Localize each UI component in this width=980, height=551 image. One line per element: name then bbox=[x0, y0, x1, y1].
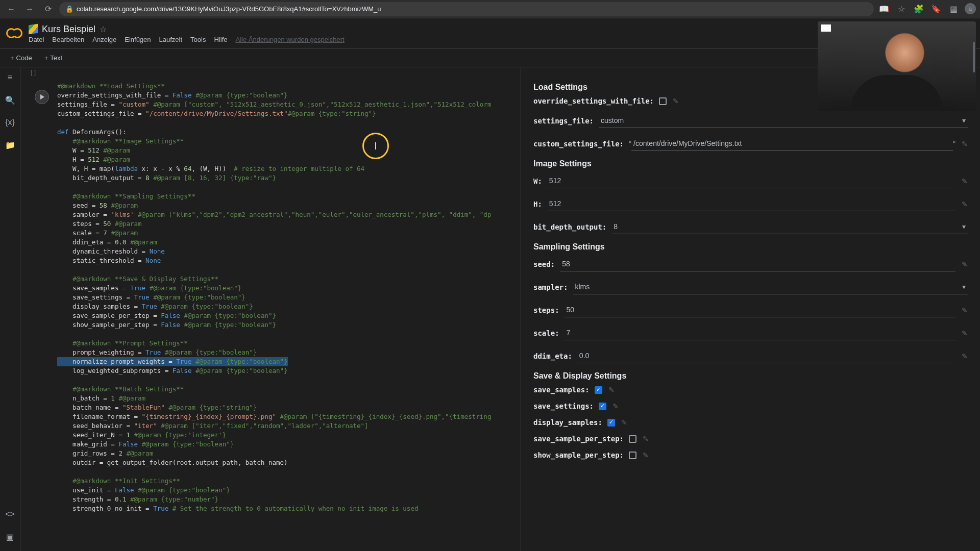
input-scale[interactable] bbox=[565, 325, 955, 340]
input-h[interactable] bbox=[547, 196, 955, 211]
save-status: Alle Änderungen wurden gespeichert bbox=[235, 36, 344, 43]
label-seed: seed: bbox=[533, 260, 555, 268]
label-w: W: bbox=[533, 177, 542, 185]
label-sampler: sampler: bbox=[533, 283, 568, 291]
label-steps: steps: bbox=[533, 306, 559, 314]
reload-button[interactable]: ⟳ bbox=[41, 2, 55, 16]
drive-icon bbox=[29, 24, 38, 35]
select-bitdepth[interactable]: 8 ▾ bbox=[611, 219, 968, 234]
checkbox-display-samples[interactable] bbox=[607, 419, 615, 427]
plus-icon: + bbox=[10, 54, 14, 62]
input-steps[interactable] bbox=[565, 303, 955, 317]
files-icon[interactable]: 📁 bbox=[4, 139, 16, 151]
back-button[interactable]: ← bbox=[4, 2, 18, 16]
forward-button[interactable]: → bbox=[22, 2, 37, 16]
menu-einfuegen[interactable]: Einfügen bbox=[125, 36, 151, 43]
add-text-button[interactable]: + Text bbox=[40, 52, 66, 64]
menu-bar: Datei Bearbeiten Anzeige Einfügen Laufze… bbox=[29, 36, 345, 43]
edit-icon[interactable]: ✎ bbox=[962, 140, 968, 148]
lock-icon: 🔒 bbox=[65, 5, 74, 13]
checkbox-save-per-step[interactable] bbox=[629, 435, 636, 443]
edit-icon[interactable]: ✎ bbox=[673, 97, 679, 105]
code-editor[interactable]: #@markdown **Load Settings**override_set… bbox=[51, 78, 521, 517]
cell-prefix: [ ] bbox=[20, 67, 521, 78]
label-scale: scale: bbox=[533, 329, 559, 337]
document-title[interactable]: Kurs Beispiel bbox=[42, 24, 95, 35]
browser-bar: ← → ⟳ 🔒 colab.research.google.com/drive/… bbox=[0, 0, 980, 18]
edit-icon[interactable]: ✎ bbox=[962, 260, 968, 268]
form-pane: Load Settings override_settings_with_fil… bbox=[521, 67, 980, 551]
colab-logo-icon bbox=[6, 26, 22, 42]
variables-icon[interactable]: {x} bbox=[4, 116, 16, 129]
reader-icon[interactable]: 📖 bbox=[878, 3, 890, 15]
input-w[interactable] bbox=[547, 173, 955, 188]
edit-icon[interactable]: ✎ bbox=[962, 352, 968, 360]
video-overlay bbox=[818, 21, 976, 111]
label-save-settings: save_settings: bbox=[533, 402, 594, 410]
avatar-icon[interactable]: a bbox=[965, 3, 976, 14]
menu-laufzeit[interactable]: Laufzeit bbox=[159, 36, 183, 43]
edit-icon[interactable]: ✎ bbox=[962, 177, 968, 185]
menu-bearbeiten[interactable]: Bearbeiten bbox=[52, 36, 84, 43]
chevron-down-icon: ▾ bbox=[962, 116, 966, 124]
input-custom-file[interactable] bbox=[631, 136, 953, 151]
label-h: H: bbox=[533, 200, 542, 208]
terminal-icon[interactable]: ▣ bbox=[4, 531, 16, 543]
label-custom-file: custom_settings_file: bbox=[533, 140, 624, 148]
edit-icon[interactable]: ✎ bbox=[962, 200, 968, 208]
search-icon[interactable]: 🔍 bbox=[4, 94, 16, 106]
select-sampler[interactable]: klms ▾ bbox=[573, 280, 968, 294]
select-settings-file[interactable]: custom ▾ bbox=[599, 113, 968, 128]
label-show-per-step: show_sample_per_step: bbox=[533, 451, 624, 459]
label-save-per-step: save_sample_per_step: bbox=[533, 435, 624, 443]
edit-icon[interactable]: ✎ bbox=[962, 329, 968, 337]
edit-icon[interactable]: ✎ bbox=[621, 418, 627, 427]
checkbox-save-settings[interactable] bbox=[599, 403, 606, 410]
label-ddim: ddim_eta: bbox=[533, 352, 572, 360]
code-pane: [ ] #@markdown **Load Settings**override… bbox=[20, 67, 521, 551]
menu-tools[interactable]: Tools bbox=[190, 36, 206, 43]
run-cell-button[interactable] bbox=[35, 90, 49, 104]
section-sampling: Sampling Settings bbox=[533, 242, 968, 252]
menu-datei[interactable]: Datei bbox=[29, 36, 44, 43]
url-bar[interactable]: 🔒 colab.research.google.com/drive/13G9KH… bbox=[59, 2, 874, 16]
sidepanel-icon[interactable]: ▦ bbox=[947, 3, 960, 15]
input-ddim[interactable] bbox=[577, 348, 955, 363]
checkbox-show-per-step[interactable] bbox=[629, 452, 636, 459]
label-settings-file: settings_file: bbox=[533, 117, 594, 125]
toc-icon[interactable]: ≡ bbox=[4, 71, 16, 84]
star-button[interactable]: ☆ bbox=[100, 24, 107, 34]
flag-icon bbox=[821, 24, 831, 32]
checkbox-save-samples[interactable] bbox=[595, 386, 602, 394]
command-palette-icon[interactable]: <> bbox=[4, 508, 16, 520]
label-display-samples: display_samples: bbox=[533, 418, 602, 427]
checkbox-override[interactable] bbox=[659, 97, 667, 105]
add-code-button[interactable]: + Code bbox=[6, 52, 36, 64]
url-text: colab.research.google.com/drive/13G9KHyM… bbox=[77, 5, 381, 13]
plus-icon: + bbox=[44, 54, 48, 62]
extensions-icon[interactable]: 🧩 bbox=[913, 3, 925, 15]
section-save: Save & Display Settings bbox=[533, 371, 968, 381]
edit-icon[interactable]: ✎ bbox=[643, 451, 649, 459]
label-bitdepth: bit_depth_output: bbox=[533, 223, 606, 231]
chevron-down-icon: ▾ bbox=[962, 283, 966, 291]
menu-hilfe[interactable]: Hilfe bbox=[214, 36, 227, 43]
edit-icon[interactable]: ✎ bbox=[612, 402, 619, 410]
label-override: override_settings_with_file: bbox=[533, 97, 654, 105]
edit-icon[interactable]: ✎ bbox=[962, 306, 968, 314]
edit-icon[interactable]: ✎ bbox=[608, 386, 615, 394]
chevron-down-icon: ▾ bbox=[962, 222, 966, 231]
bookmark-icon[interactable]: 🔖 bbox=[930, 3, 942, 15]
menu-anzeige[interactable]: Anzeige bbox=[92, 36, 116, 43]
label-save-samples: save_samples: bbox=[533, 386, 590, 394]
scrollbar[interactable] bbox=[973, 42, 975, 72]
input-seed[interactable] bbox=[560, 257, 955, 271]
left-rail: ≡ 🔍 {x} 📁 <> ▣ bbox=[0, 67, 20, 551]
star-icon[interactable]: ☆ bbox=[895, 3, 908, 15]
section-image: Image Settings bbox=[533, 159, 968, 168]
edit-icon[interactable]: ✎ bbox=[643, 435, 649, 443]
